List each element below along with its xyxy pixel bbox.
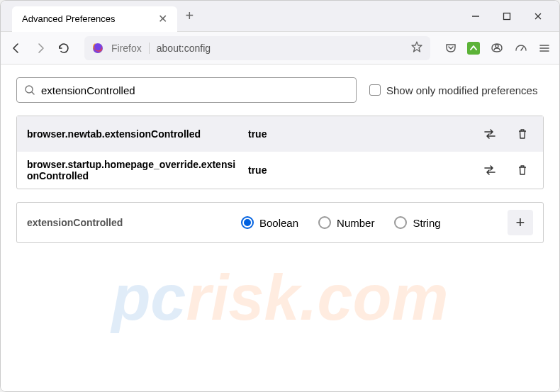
radio-label: String xyxy=(413,217,440,229)
preference-row: browser.newtab.extensionControlled true xyxy=(17,116,543,152)
new-tab-button[interactable]: + xyxy=(186,8,194,24)
preference-value: true xyxy=(248,164,471,176)
delete-button[interactable] xyxy=(512,123,533,145)
close-tab-icon[interactable]: ✕ xyxy=(158,12,167,26)
type-radio-boolean[interactable]: Boolean xyxy=(241,216,298,229)
address-bar[interactable]: Firefox about:config xyxy=(84,36,430,60)
search-input[interactable] xyxy=(41,84,349,96)
radio-icon xyxy=(241,216,254,229)
menu-button[interactable] xyxy=(538,42,551,55)
radio-label: Number xyxy=(337,217,374,229)
modified-only-checkbox[interactable]: Show only modified preferences xyxy=(369,84,537,96)
svg-rect-1 xyxy=(504,13,510,19)
account-icon[interactable] xyxy=(490,41,504,55)
type-radio-number[interactable]: Number xyxy=(318,216,374,229)
preference-name: browser.newtab.extensionControlled xyxy=(27,128,240,140)
pocket-icon[interactable] xyxy=(444,42,457,55)
browser-window: Advanced Preferences ✕ + Firefox about:c… xyxy=(0,0,560,392)
close-window-button[interactable] xyxy=(531,11,545,21)
toolbar: Firefox about:config xyxy=(1,32,559,65)
toggle-button[interactable] xyxy=(479,123,500,145)
search-box[interactable] xyxy=(16,77,357,103)
content-area: Show only modified preferences browser.n… xyxy=(1,65,559,391)
reload-button[interactable] xyxy=(57,42,70,55)
radio-icon xyxy=(394,216,407,229)
watermark: pcrisk.com xyxy=(111,262,448,335)
preferences-table: browser.newtab.extensionControlled true … xyxy=(16,116,544,189)
dashboard-icon[interactable] xyxy=(514,41,528,55)
toggle-button[interactable] xyxy=(479,159,500,181)
delete-button[interactable] xyxy=(512,159,533,181)
back-button[interactable] xyxy=(9,41,23,55)
firefox-logo-icon xyxy=(91,42,104,55)
maximize-button[interactable] xyxy=(500,11,514,21)
preference-value: true xyxy=(248,128,471,140)
svg-line-11 xyxy=(32,92,34,94)
radio-label: Boolean xyxy=(259,217,298,229)
type-options: Boolean Number String xyxy=(241,216,499,229)
preference-row: browser.startup.homepage_override.extens… xyxy=(17,152,543,189)
svg-line-6 xyxy=(521,47,523,50)
preference-name: browser.startup.homepage_override.extens… xyxy=(27,159,240,181)
address-url: about:config xyxy=(157,43,211,54)
type-radio-string[interactable]: String xyxy=(394,216,440,229)
svg-point-5 xyxy=(495,45,498,47)
minimize-button[interactable] xyxy=(469,11,483,21)
address-protocol: Firefox xyxy=(111,43,150,54)
add-preference-row: extensionControlled Boolean Number Strin… xyxy=(16,202,544,243)
add-button[interactable]: + xyxy=(508,210,533,235)
tab-title: Advanced Preferences xyxy=(22,13,116,24)
checkbox-label: Show only modified preferences xyxy=(386,84,537,96)
extension-icon[interactable] xyxy=(467,42,480,55)
svg-point-10 xyxy=(26,86,33,93)
browser-tab[interactable]: Advanced Preferences ✕ xyxy=(12,6,177,32)
search-row: Show only modified preferences xyxy=(16,77,544,103)
forward-button[interactable] xyxy=(33,41,47,55)
checkbox-icon xyxy=(369,84,381,96)
radio-icon xyxy=(318,216,331,229)
bookmark-star-icon[interactable] xyxy=(410,40,423,56)
titlebar: Advanced Preferences ✕ + xyxy=(1,1,559,32)
window-controls xyxy=(469,11,554,21)
new-preference-name: extensionControlled xyxy=(27,217,233,228)
search-icon xyxy=(24,84,35,96)
